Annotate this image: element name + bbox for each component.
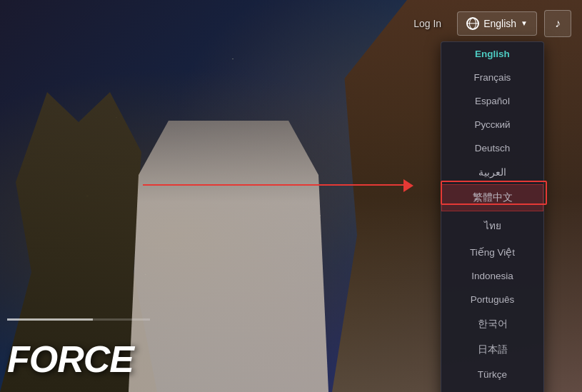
music-icon: ♪ — [555, 17, 561, 30]
language-option[interactable]: Français — [441, 66, 543, 89]
language-option[interactable]: Deutsch — [441, 136, 543, 160]
progress-fill — [7, 318, 93, 321]
login-button[interactable]: Log In — [405, 12, 450, 35]
language-option[interactable]: Indonesia — [441, 264, 543, 288]
language-dropdown: EnglishFrançaisEspañolРусскийDeutschالعر… — [441, 41, 544, 392]
language-option[interactable]: Español — [441, 89, 543, 113]
game-title: FORCE — [7, 341, 134, 378]
globe-icon — [466, 17, 479, 30]
language-option[interactable]: Tiếng Việt — [441, 240, 543, 264]
language-option[interactable]: Türkçe — [441, 363, 543, 386]
language-option[interactable]: English — [441, 42, 543, 66]
top-bar: Log In English ▼ ♪ — [0, 0, 582, 46]
language-option[interactable]: العربية — [441, 160, 543, 184]
game-title-line1: FORCE — [7, 341, 134, 378]
language-option[interactable]: 繁體中文 — [441, 184, 543, 211]
language-option[interactable]: 日本語 — [441, 337, 543, 363]
progress-bar-area — [7, 318, 150, 321]
music-button[interactable]: ♪ — [544, 10, 571, 37]
character-center — [129, 121, 328, 392]
language-option[interactable]: Bahasa Melayu — [441, 386, 543, 392]
language-option[interactable]: Русский — [441, 113, 543, 136]
chevron-down-icon: ▼ — [521, 19, 528, 27]
language-option[interactable]: ไทย — [441, 211, 543, 240]
language-option[interactable]: 한국어 — [441, 311, 543, 337]
language-option[interactable]: Português — [441, 288, 543, 311]
language-selector-button[interactable]: English ▼ — [457, 11, 537, 36]
language-label: English — [483, 18, 516, 29]
